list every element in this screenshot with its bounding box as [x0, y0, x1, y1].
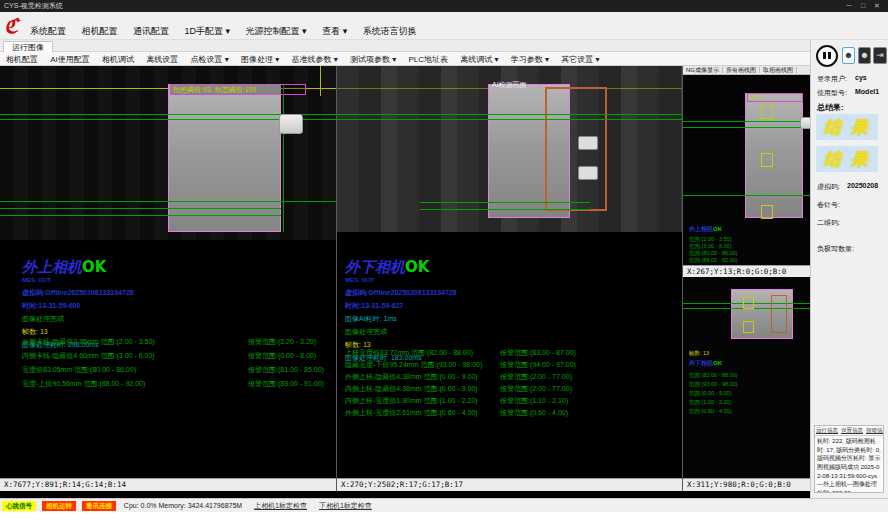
tool-test-params[interactable]: 测试项参数 ▾ — [350, 55, 396, 64]
left-barcode: 虚拟码:Offline20250208133134728 — [22, 288, 134, 298]
tool-ai-config[interactable]: AI使用配置 — [50, 55, 90, 64]
left-mes-tag: MES_OUT — [22, 277, 134, 283]
status-bar: 心跳信号 相机运转 通讯连接 Cpu: 0.0% Memory: 3424.41… — [0, 498, 888, 512]
camera-running-badge: 相机运转 — [42, 501, 76, 511]
right-mes-tag: MES_OUT — [345, 277, 457, 283]
thumb-tab-strip: NG成像显示所有画线图取相画线图 — [683, 66, 810, 75]
right-alarm-5: 报警范围:(0.60 - 4.00) — [500, 408, 568, 418]
right-measure-line-3 — [420, 202, 590, 203]
comm-connected-badge: 通讯连接 — [82, 501, 116, 511]
info-tab-run[interactable]: 运行信息 — [816, 427, 838, 433]
tool-other-settings[interactable]: 其它设置 ▾ — [561, 55, 599, 64]
right-alarm-3: 报警范围:(2.00 - 77.00) — [500, 384, 572, 394]
right-alarm-1: 报警范围:(94.00 - 97.00) — [500, 360, 576, 370]
side-panel: ☻ ☻ ⇥ 登录用户: cys 使用型号: Model1 总结果: 结 果 结 … — [810, 40, 888, 498]
right-ai-time: 图像AI耗时: 1ms — [345, 314, 457, 324]
menu-robot-config[interactable]: 1D手配置 ▾ — [185, 26, 231, 36]
maximize-icon[interactable]: □ — [856, 0, 870, 12]
left-camera-title: 外上相机OK — [22, 258, 134, 277]
left-result-ok: OK — [82, 258, 106, 276]
thumb-tab-capture[interactable]: 取相画线图 — [760, 67, 797, 73]
login-user-label: 登录用户: — [817, 74, 847, 84]
left-tab-connector — [279, 114, 303, 134]
menu-view[interactable]: 查看 ▾ — [322, 26, 347, 36]
tool-spotcheck-settings[interactable]: 点检设置 ▾ — [191, 55, 229, 64]
right-alarm-4: 报警范围:(1.10 - 2.10) — [500, 396, 568, 406]
right-meas-3: 内侧上枝-隐藏值4.38mm 范围:(0.00 - 9.00) — [345, 384, 478, 394]
pause-button[interactable] — [816, 45, 838, 67]
right-meas-2: 外侧上枝-隐藏值4.38mm 范围:(0.00 - 9.00) — [345, 372, 478, 382]
window-title: CYS-视觉检测系统 — [4, 2, 63, 9]
left-measure-line-3 — [0, 201, 337, 202]
qr-code-label: 二维码: — [817, 218, 840, 228]
menu-light-config[interactable]: 光源控制配置 ▾ — [246, 26, 307, 36]
left-pixel-status: X:7677;Y:891;R:14;G:14;B:14 — [0, 478, 337, 491]
result-box-2: 结 果 — [816, 146, 878, 172]
menu-camera-config[interactable]: 相机配置 — [82, 26, 118, 36]
heartbeat-badge: 心跳信号 — [2, 501, 36, 511]
tab-strip: 运行图像 — [0, 40, 888, 52]
write-count-label: 负极写数量: — [817, 244, 854, 254]
right-ai-overlay-label: AI检测画面 — [492, 80, 527, 90]
left-edge-line — [283, 84, 284, 232]
runtime-info-text: 耗时: 222, 版码检测耗时: 17, 版码分类耗时: 0, 版码视频分区耗时… — [815, 436, 883, 493]
logout-button[interactable]: ⇥ — [873, 47, 887, 64]
left-alarm-3: 报警范围:(89.00 - 91.00) — [248, 379, 324, 389]
title-bar: CYS-视觉检测系统 ─□✕ — [0, 0, 888, 12]
left-alarm-1: 报警范围:(0.00 - 8.00) — [248, 351, 316, 361]
menu-system-config[interactable]: 系统配置 — [30, 26, 66, 36]
virtual-code-label: 虚拟码: — [817, 182, 840, 192]
info-tab-errors[interactable]: 报错信息 — [866, 427, 884, 433]
thumb-top-pixel-status: X:267;Y:13;R:0;G:0;B:0 — [683, 265, 810, 277]
left-meas-0: 外侧卡线-隐藏值2.95mm 范围:(2.00 - 3.50) — [22, 337, 155, 347]
thumb-tab-alllines[interactable]: 所有画线图 — [723, 67, 760, 73]
right-meas-0: 上枝宽度值83.77mm 范围:(82.00 - 88.00) — [345, 348, 473, 358]
left-product-region — [168, 84, 281, 232]
toolbar: 相机配置 AI使用配置 相机调试 离线设置 点检设置 ▾ 图像处理 ▾ 基准线参… — [0, 52, 888, 66]
menu-bar: ℭ 系统配置 相机配置 通讯配置 1D手配置 ▾ 光源控制配置 ▾ 查看 ▾ 系… — [0, 12, 888, 40]
tool-baseline-params[interactable]: 基准线参数 ▾ — [291, 55, 337, 64]
right-result-ok: OK — [405, 258, 429, 276]
right-barcode: 虚拟码:Offline20250208133134728 — [345, 288, 457, 298]
thumb-top-image[interactable]: 93/100 外上相机OK 范围:(2.00 - 3.50) 范围:(3.00 … — [683, 75, 810, 265]
tool-plc-address-table[interactable]: PLC地址表 — [408, 55, 448, 64]
tool-camera-debug[interactable]: 相机调试 — [102, 55, 134, 64]
tool-offline-settings[interactable]: 离线设置 — [146, 55, 178, 64]
lower-camera-calib-link[interactable]: 下相机1标定检查 — [319, 502, 372, 509]
left-threshold-overlay: 拍照阈值:93, 动态阈值:100 — [170, 84, 306, 95]
left-alarm-2: 报警范围:(81.00 - 85.00) — [248, 365, 324, 375]
upper-camera-calib-link[interactable]: 上相机1标定检查 — [254, 502, 307, 509]
thumb-bottom-label: 外下相机OK — [689, 359, 722, 368]
tool-image-processing[interactable]: 图像处理 ▾ — [241, 55, 279, 64]
app-window: CYS-视觉检测系统 ─□✕ ℭ 系统配置 相机配置 通讯配置 1D手配置 ▾ … — [0, 0, 888, 522]
login-user-value: cys — [855, 74, 867, 81]
app-logo-icon: ℭ — [4, 14, 26, 38]
right-camera-title: 外下相机OK — [345, 258, 457, 277]
model-label: 使用型号: — [817, 88, 847, 98]
menu-language-switch[interactable]: 系统语言切换 — [363, 26, 417, 36]
virtual-code-value: 20250208 — [847, 182, 878, 189]
close-icon[interactable]: ✕ — [870, 0, 884, 12]
tool-camera-config[interactable]: 相机配置 — [6, 55, 38, 64]
left-alarm-0: 报警范围:(2.20 - 3.20) — [248, 337, 316, 347]
right-meas-1: 隐藏宽度-下值95.24mm 范围:(93.00 - 98.00) — [345, 360, 482, 370]
needle-no-label: 卷针号: — [817, 200, 840, 210]
tool-learning-params[interactable]: 学习参数 ▾ — [511, 55, 549, 64]
right-meas-4: 内侧上枝-宽度值1.90mm 范围:(1.00 - 2.20) — [345, 396, 478, 406]
right-done: 图像处理完成 — [345, 327, 457, 337]
user-button[interactable]: ☻ — [858, 47, 871, 64]
info-tab-settings[interactable]: 设置信息 — [841, 427, 863, 433]
thumb-bottom-pixel-status: X:311;Y:980;R:0;G:0;B:0 — [683, 478, 810, 491]
thumb-tab-ng[interactable]: NG成像显示 — [683, 67, 723, 73]
menu-comm-config[interactable]: 通讯配置 — [133, 26, 169, 36]
minimize-icon[interactable]: ─ — [842, 0, 856, 12]
left-done: 图像处理完成 — [22, 314, 134, 324]
left-measure-line-5 — [0, 215, 281, 216]
cpu-memory-status: Cpu: 0.0% Memory: 3424.41796875M — [124, 502, 242, 509]
model-value: Model1 — [855, 88, 879, 95]
tool-offline-debug[interactable]: 离线调试 ▾ — [460, 55, 498, 64]
right-highlight-blob-1 — [578, 136, 598, 150]
user-active-button[interactable]: ☻ — [842, 47, 855, 64]
right-time: 时间:13-31-59-627 — [345, 301, 457, 311]
thumb-bottom-image[interactable]: 帧数: 13 外下相机OK 范围:(82.00 - 88.00) 范围:(93.… — [683, 277, 810, 478]
